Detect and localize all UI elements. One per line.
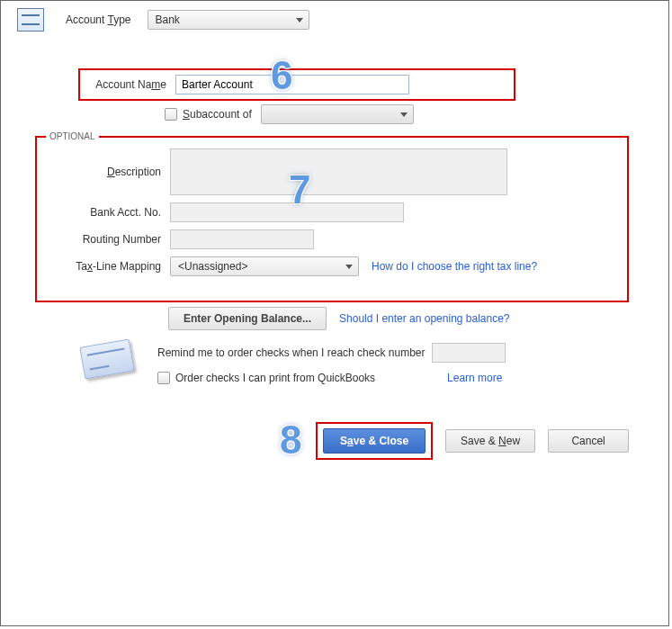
- checks-section: Remind me to order checks when I reach c…: [82, 343, 622, 384]
- subaccount-label: Subaccount of: [183, 108, 252, 121]
- tax-line-select[interactable]: <Unassigned>: [170, 256, 359, 276]
- order-checks-checkbox[interactable]: [157, 372, 170, 384]
- subaccount-select[interactable]: [261, 104, 414, 124]
- save-and-close-button[interactable]: Save & Close: [323, 428, 426, 454]
- subaccount-checkbox[interactable]: [165, 108, 177, 121]
- enter-opening-balance-button[interactable]: Enter Opening Balance...: [168, 307, 327, 330]
- tax-line-label: Tax-Line Mapping: [37, 260, 170, 273]
- chevron-down-icon: [296, 18, 303, 22]
- routing-number-input[interactable]: [170, 229, 314, 249]
- learn-more-link[interactable]: Learn more: [447, 372, 502, 384]
- account-type-label: Account Type: [66, 13, 131, 26]
- description-input[interactable]: [170, 148, 507, 195]
- button-bar: Save & Close Save & New Cancel: [316, 422, 629, 460]
- optional-legend: OPTIONAL: [46, 131, 99, 141]
- account-name-label: Account Name: [87, 78, 175, 91]
- opening-balance-help-link[interactable]: Should I enter an opening balance?: [339, 312, 510, 325]
- save-close-highlight: Save & Close: [316, 422, 433, 460]
- subaccount-row: Subaccount of: [165, 104, 414, 124]
- remind-checks-label: Remind me to order checks when I reach c…: [157, 346, 425, 359]
- check-number-input[interactable]: [432, 343, 506, 363]
- cancel-button[interactable]: Cancel: [548, 429, 629, 453]
- bank-acct-no-label: Bank Acct. No.: [37, 206, 170, 219]
- header-row: Account Type Bank: [1, 1, 668, 37]
- chevron-down-icon: [345, 265, 353, 269]
- account-type-value: Bank: [156, 13, 180, 26]
- account-register-icon: [17, 8, 44, 31]
- optional-section-highlight: OPTIONAL Description Bank Acct. No. Rout…: [35, 131, 629, 302]
- chevron-down-icon: [400, 112, 408, 117]
- annotation-8: 8: [280, 418, 301, 463]
- bank-acct-no-input[interactable]: [170, 202, 404, 222]
- opening-balance-row: Enter Opening Balance... Should I enter …: [35, 307, 629, 336]
- order-checks-label: Order checks I can print from QuickBooks: [175, 372, 375, 384]
- routing-number-label: Routing Number: [37, 233, 170, 246]
- checkbook-icon: [79, 338, 134, 379]
- tax-line-value: <Unassigned>: [178, 260, 247, 273]
- save-and-new-button[interactable]: Save & New: [445, 429, 535, 453]
- dialog-window: Account Type Bank Account Name Subaccoun…: [0, 0, 669, 626]
- account-type-select[interactable]: Bank: [148, 10, 309, 30]
- account-name-highlight: Account Name: [78, 68, 515, 101]
- description-label: Description: [37, 166, 170, 178]
- tax-line-help-link[interactable]: How do I choose the right tax line?: [372, 260, 537, 273]
- account-name-input[interactable]: [175, 75, 409, 94]
